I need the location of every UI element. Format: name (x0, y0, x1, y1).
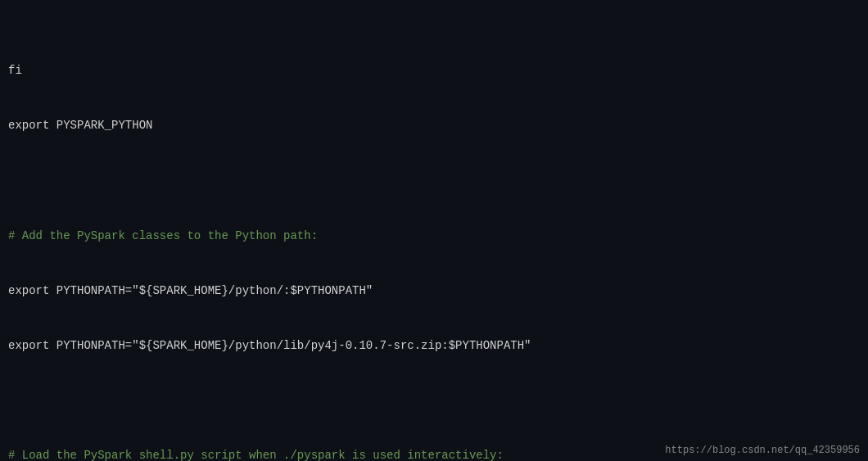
empty-1 (8, 172, 860, 190)
terminal: fi export PYSPARK_PYTHON # Add the PySpa… (0, 0, 868, 461)
line-pythonpath-1: export PYTHONPATH="${SPARK_HOME}/python/… (8, 282, 860, 300)
watermark: https://blog.csdn.net/qq_42359956 (665, 445, 860, 456)
line-comment-add: # Add the PySpark classes to the Python … (8, 227, 860, 245)
line-fi-top: fi (8, 61, 860, 79)
line-pythonpath-2: export PYTHONPATH="${SPARK_HOME}/python/… (8, 337, 860, 355)
empty-2 (8, 391, 860, 409)
line-export-pyspark-python: export PYSPARK_PYTHON (8, 116, 860, 134)
code-content: fi export PYSPARK_PYTHON # Add the PySpa… (8, 7, 860, 461)
